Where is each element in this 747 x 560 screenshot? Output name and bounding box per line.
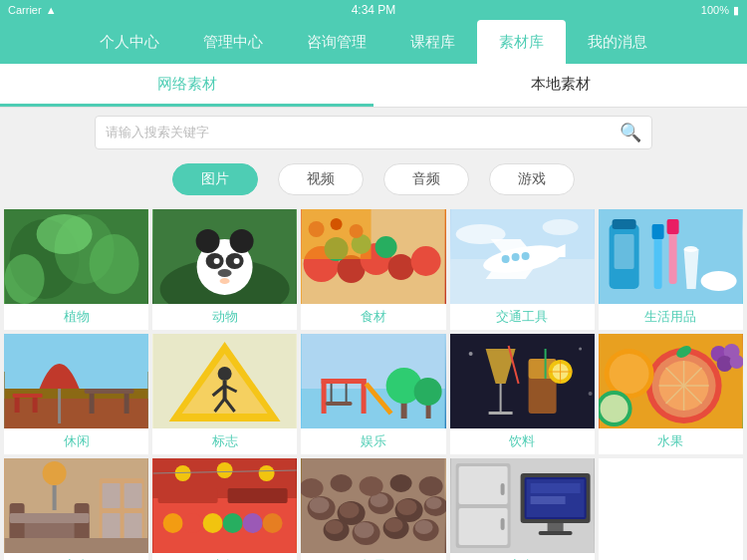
label-appliance: 家电 xyxy=(509,553,535,560)
svg-point-143 xyxy=(259,465,275,481)
grid-item-animals[interactable]: 动物 xyxy=(152,209,297,330)
search-placeholder: 请输入搜索关键字 xyxy=(106,124,620,141)
svg-rect-128 xyxy=(5,538,148,553)
grid-item-leisure[interactable]: 休闲 xyxy=(4,334,148,454)
label-sign: 标志 xyxy=(212,428,238,454)
grid-item-transport[interactable]: 交通工具 xyxy=(450,209,595,330)
svg-rect-86 xyxy=(450,334,594,428)
daily-svg xyxy=(599,209,743,304)
label-nuts: 坚果 xyxy=(361,553,386,560)
thumb-room xyxy=(4,458,148,553)
svg-point-165 xyxy=(331,474,353,492)
status-left: Carrier ▲ xyxy=(8,4,57,16)
svg-point-129 xyxy=(43,461,67,485)
label-drink: 饮料 xyxy=(509,428,535,454)
label-food: 食材 xyxy=(361,304,386,330)
sub-tab-local[interactable]: 本地素材 xyxy=(374,64,747,107)
svg-point-34 xyxy=(542,219,578,235)
grid-item-fruit[interactable]: 水果 xyxy=(599,334,743,454)
grid-item-daily[interactable]: 生活用品 xyxy=(599,209,743,330)
nav-tab-consult[interactable]: 咨询管理 xyxy=(285,20,388,64)
thumb-transport xyxy=(450,209,595,304)
svg-point-99 xyxy=(579,348,582,351)
grid-item-plants[interactable]: 植物 xyxy=(4,209,148,330)
grid-item-market[interactable]: 市场 xyxy=(152,458,297,560)
svg-point-41 xyxy=(521,252,529,260)
nav-tab-admin[interactable]: 管理中心 xyxy=(181,20,285,64)
svg-point-140 xyxy=(263,513,283,533)
sub-tab-network[interactable]: 网络素材 xyxy=(0,64,374,107)
grid-item-empty xyxy=(599,458,743,560)
svg-point-14 xyxy=(234,258,240,264)
grid-item-drink[interactable]: 饮料 xyxy=(450,334,595,454)
status-bar: Carrier ▲ 4:34 PM 100% ▮ xyxy=(0,0,747,20)
svg-point-136 xyxy=(183,513,203,533)
carrier-label: Carrier xyxy=(8,4,42,16)
battery-icon: ▮ xyxy=(733,4,739,17)
svg-point-52 xyxy=(715,272,731,282)
entertainment-svg xyxy=(301,334,445,428)
appliance-svg xyxy=(450,458,595,553)
filter-audio[interactable]: 音频 xyxy=(383,163,469,195)
grid-item-nuts[interactable]: 坚果 xyxy=(301,458,445,560)
nav-tab-message[interactable]: 我的消息 xyxy=(566,20,669,64)
thumb-market xyxy=(152,458,297,553)
svg-rect-130 xyxy=(53,485,57,510)
grid-item-room[interactable]: 室内 xyxy=(4,458,148,560)
label-animals: 动物 xyxy=(212,304,238,330)
svg-rect-61 xyxy=(15,398,20,413)
leisure-svg xyxy=(4,334,148,428)
grid-item-food[interactable]: 食材 xyxy=(301,209,445,330)
thumb-plants xyxy=(4,209,148,304)
search-box[interactable]: 请输入搜索关键字 🔍 xyxy=(95,116,652,149)
label-entertainment: 娱乐 xyxy=(361,428,386,454)
filter-video[interactable]: 视频 xyxy=(278,163,364,195)
svg-point-39 xyxy=(511,253,519,261)
thumb-fruit xyxy=(599,334,743,428)
svg-point-16 xyxy=(220,278,230,284)
svg-point-100 xyxy=(588,392,592,396)
filter-game[interactable]: 游戏 xyxy=(489,163,575,195)
nav-tab-personal[interactable]: 个人中心 xyxy=(78,20,181,64)
svg-point-5 xyxy=(37,214,93,254)
svg-point-4 xyxy=(5,254,45,304)
svg-rect-44 xyxy=(612,219,635,229)
label-plants: 植物 xyxy=(64,304,90,330)
grid-item-sign[interactable]: 标志 xyxy=(152,334,297,454)
grid-item-entertainment[interactable]: 娱乐 xyxy=(301,334,445,454)
thumb-nuts xyxy=(301,458,445,553)
svg-point-50 xyxy=(683,246,697,252)
label-room: 室内 xyxy=(64,553,90,560)
room-svg xyxy=(4,458,148,553)
svg-point-13 xyxy=(214,258,220,264)
drink-svg xyxy=(450,334,595,428)
label-leisure: 休闲 xyxy=(64,428,90,454)
svg-rect-172 xyxy=(458,508,507,545)
svg-point-29 xyxy=(350,224,364,238)
thumb-sign xyxy=(152,334,297,428)
svg-point-161 xyxy=(385,518,403,532)
label-market: 市场 xyxy=(212,553,238,560)
svg-rect-171 xyxy=(458,466,507,504)
grid-item-appliance[interactable]: 家电 xyxy=(450,458,595,560)
nav-tab-resource[interactable]: 素材库 xyxy=(477,20,566,64)
filter-image[interactable]: 图片 xyxy=(172,163,258,195)
fruit-svg xyxy=(599,334,743,428)
thumb-drink xyxy=(450,334,595,428)
svg-rect-81 xyxy=(326,402,353,406)
nav-tab-course[interactable]: 课程库 xyxy=(388,20,477,64)
svg-point-112 xyxy=(600,395,627,422)
svg-rect-89 xyxy=(488,412,512,415)
svg-rect-47 xyxy=(651,224,663,239)
svg-rect-59 xyxy=(124,394,129,414)
svg-rect-134 xyxy=(228,488,288,503)
svg-point-142 xyxy=(217,462,233,478)
svg-point-3 xyxy=(90,234,139,294)
plane-svg xyxy=(450,209,595,304)
svg-point-149 xyxy=(340,502,360,518)
svg-rect-49 xyxy=(666,219,678,234)
sign-svg xyxy=(152,334,297,428)
svg-rect-60 xyxy=(13,394,43,398)
svg-rect-77 xyxy=(322,379,367,384)
filter-bar: 图片 视频 音频 游戏 xyxy=(0,157,747,207)
